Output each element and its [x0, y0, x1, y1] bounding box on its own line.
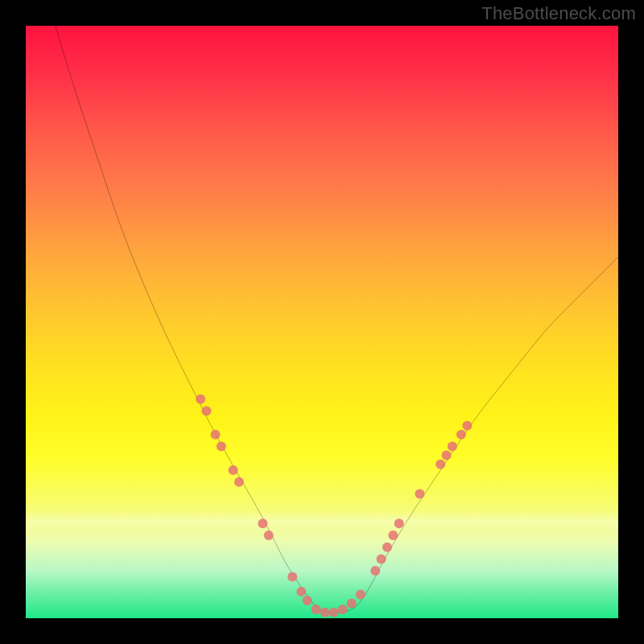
highlight-dot	[312, 605, 321, 614]
highlight-dot	[201, 406, 211, 415]
chart-frame: TheBottleneck.com	[0, 0, 644, 644]
highlight-dot	[338, 605, 348, 614]
highlight-dot	[320, 608, 330, 617]
highlight-dot	[415, 489, 424, 498]
highlight-dot	[211, 430, 221, 440]
highlight-dot	[356, 590, 365, 600]
highlight-dot	[442, 451, 452, 460]
highlight-dot	[196, 394, 205, 404]
watermark-text: TheBottleneck.com	[481, 3, 636, 24]
highlight-dot	[382, 543, 392, 552]
highlight-dot	[287, 572, 297, 581]
highlight-dot	[370, 566, 380, 576]
highlight-dot	[303, 596, 312, 605]
highlight-dots	[196, 394, 472, 617]
highlight-dot	[462, 421, 472, 431]
highlight-dot	[394, 518, 404, 528]
bottleneck-curve	[56, 26, 618, 613]
highlight-dot	[377, 554, 386, 564]
highlight-dot	[456, 430, 466, 440]
highlight-dot	[448, 442, 457, 452]
highlight-dot	[264, 530, 274, 540]
highlight-dot	[388, 530, 398, 540]
highlight-dot	[258, 518, 267, 528]
highlight-dot	[436, 460, 445, 469]
highlight-dot	[329, 608, 339, 617]
highlight-dot	[296, 587, 306, 597]
highlight-dot	[229, 465, 238, 475]
highlight-dot	[347, 599, 357, 609]
plot-area	[26, 26, 618, 618]
curve-overlay	[26, 26, 618, 618]
highlight-dot	[234, 477, 244, 487]
highlight-dot	[217, 442, 226, 452]
